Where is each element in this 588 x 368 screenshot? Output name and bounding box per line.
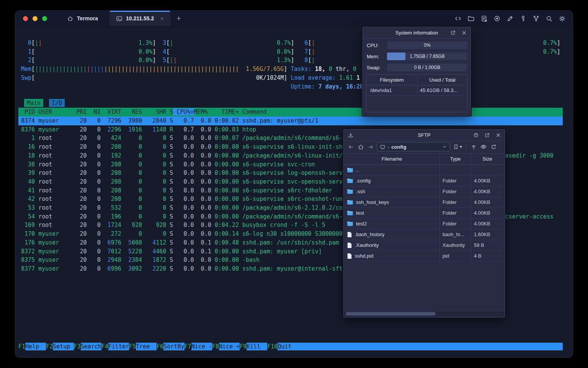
zoom-window-button[interactable] bbox=[42, 16, 47, 21]
help-icon[interactable] bbox=[473, 132, 479, 138]
sysinfo-label-cpu: CPU: bbox=[367, 41, 379, 49]
fkey-action-quit[interactable]: Quit bbox=[278, 343, 298, 350]
sysinfo-meter-cpu: 0% bbox=[387, 41, 467, 49]
file-name: .config bbox=[356, 176, 371, 186]
file-type: Folder bbox=[440, 176, 471, 186]
fkey-action-kill[interactable]: Kill bbox=[247, 343, 267, 350]
search-icon[interactable] bbox=[545, 15, 553, 22]
tabbar-spacer bbox=[187, 11, 454, 26]
current-directory: config bbox=[391, 144, 406, 150]
path-breadcrumb[interactable]: › config bbox=[377, 142, 450, 151]
app-window: Termora 10.211.55.2 bbox=[15, 11, 573, 357]
fkey-f1: F1 bbox=[18, 343, 25, 350]
fkey-action-tree[interactable]: Tree bbox=[136, 343, 157, 350]
toolbar-divider bbox=[466, 144, 466, 150]
fkey-f4: F4 bbox=[101, 343, 108, 350]
process-table-header[interactable]: PID USER PRI NI VIRT RES SHR S CPU%▽MEM%… bbox=[18, 108, 563, 117]
horizontal-scrollbar[interactable] bbox=[344, 311, 504, 317]
sftp-file-row-test2[interactable]: test2Folder4.00KB bbox=[344, 219, 504, 229]
file-size: 4 B bbox=[471, 251, 503, 261]
fkey-action-sortby[interactable]: SortBy bbox=[163, 343, 184, 350]
mem-meter-tasks-row: Mem[||||||||||||||||||||||||||||||||||||… bbox=[18, 65, 563, 74]
close-tab-icon[interactable] bbox=[160, 16, 165, 21]
fkey-bar-fill bbox=[299, 343, 563, 350]
sort-column-cpu[interactable]: CPU%▽ bbox=[173, 108, 194, 115]
bookmark-caret-icon bbox=[459, 146, 462, 148]
tab-bar: Termora 10.211.55.2 bbox=[15, 11, 573, 26]
terminal-icon bbox=[116, 15, 122, 22]
code-icon[interactable] bbox=[454, 15, 462, 22]
filesystem-table-header: Filesystem Used / Total bbox=[366, 75, 467, 85]
sftp-file-row-test[interactable]: testFolder4.00KB bbox=[344, 208, 504, 219]
download-icon[interactable] bbox=[347, 132, 354, 138]
sftp-file-row-[interactable]: .. bbox=[344, 165, 504, 176]
log-icon[interactable] bbox=[480, 15, 488, 22]
home-tab-label: Termora bbox=[77, 15, 98, 21]
htop-view-tab-main[interactable]: Main bbox=[24, 99, 43, 107]
folder-icon[interactable] bbox=[467, 15, 475, 22]
folder-icon bbox=[347, 189, 353, 194]
fkey-action-setup[interactable]: Setup bbox=[53, 343, 74, 350]
fkey-action-nice[interactable]: Nice + bbox=[219, 343, 240, 350]
fkey-action-nice[interactable]: Nice - bbox=[191, 343, 212, 350]
type-col-header[interactable]: Type bbox=[440, 154, 471, 164]
file-name: .. bbox=[356, 165, 359, 175]
close-window-button[interactable] bbox=[23, 16, 28, 21]
file-type: Folder bbox=[440, 208, 471, 218]
fkey-action-search[interactable]: Search bbox=[81, 343, 101, 350]
meter-fill bbox=[387, 53, 405, 60]
htop-function-key-bar: F1Help F2Setup F3SearchF4FilterF5Tree F6… bbox=[18, 343, 563, 350]
parent-directory-icon[interactable] bbox=[470, 143, 477, 151]
computer-icon bbox=[379, 144, 386, 150]
fkey-f3: F3 bbox=[74, 343, 81, 350]
show-hidden-eye-icon[interactable] bbox=[480, 143, 487, 151]
filesystem-table: Filesystem Used / Total /dev/vda1 45.61G… bbox=[366, 74, 467, 112]
fkey-action-help[interactable]: Help bbox=[25, 343, 46, 350]
file-name: sshd.pid bbox=[355, 251, 373, 261]
tab-ssh-session[interactable]: 10.211.55.2 bbox=[109, 11, 170, 26]
sftp-file-row-sshdpid[interactable]: sshd.pidpid4 B bbox=[344, 251, 504, 261]
file-type bbox=[440, 165, 471, 175]
sftp-file-row-Xauthority[interactable]: .XauthorityXauthority58 B bbox=[344, 240, 504, 251]
bookmark-control[interactable] bbox=[452, 144, 462, 150]
record-icon[interactable] bbox=[493, 15, 501, 22]
open-external-icon[interactable] bbox=[450, 30, 456, 36]
fkey-f5: F5 bbox=[129, 343, 136, 350]
fkey-f6: F6 bbox=[157, 343, 163, 350]
sftp-file-row-sshhostkeys[interactable]: ssh_host_keysFolder4.00KB bbox=[344, 197, 504, 208]
key-icon[interactable] bbox=[519, 15, 527, 22]
sftp-file-row-config[interactable]: .configFolder4.00KB bbox=[344, 176, 504, 186]
process-row-8374[interactable]: 8374 myuser 20 0 7296 3980 2840 S 0.7 0.… bbox=[18, 117, 563, 125]
filesystem-row[interactable]: /dev/vda1 45.61GB / 58.3... bbox=[366, 85, 467, 96]
filename-col-header[interactable]: Filename bbox=[344, 154, 440, 164]
scrollbar-thumb[interactable] bbox=[346, 312, 436, 315]
fkey-f10: F10 bbox=[267, 343, 278, 350]
sysinfo-meter-mem: 1.75GB / 7.65GB bbox=[387, 53, 467, 60]
chevron-down-icon[interactable] bbox=[441, 144, 448, 150]
breadcrumb-separator: › bbox=[388, 144, 389, 150]
edit-icon[interactable] bbox=[506, 15, 514, 22]
sftp-file-row-ssh[interactable]: .sshFolder4.00KB bbox=[344, 186, 504, 197]
sysinfo-label-swap: Swap: bbox=[367, 64, 381, 71]
fkey-action-filter[interactable]: Filter bbox=[108, 343, 129, 350]
file-size: 1.60KB bbox=[471, 229, 503, 240]
sftp-file-row-bashhistory[interactable]: .bash_historybash_hi...1.60KB bbox=[344, 229, 504, 240]
settings-gear-icon[interactable] bbox=[558, 15, 566, 22]
size-col-header[interactable]: Size bbox=[471, 154, 503, 164]
refresh-icon[interactable] bbox=[490, 143, 497, 151]
minimize-window-button[interactable] bbox=[33, 16, 38, 21]
htop-view-tab-io[interactable]: I/O bbox=[49, 99, 65, 107]
home-icon[interactable] bbox=[357, 143, 364, 151]
branch-icon[interactable] bbox=[532, 15, 540, 22]
tab-termora-home[interactable]: Termora bbox=[56, 11, 109, 26]
new-tab-button[interactable] bbox=[170, 11, 187, 26]
open-external-icon[interactable] bbox=[484, 132, 490, 138]
folder-icon bbox=[347, 178, 353, 184]
file-size: 4.00KB bbox=[471, 219, 503, 229]
close-panel-icon[interactable] bbox=[495, 132, 501, 138]
forward-icon[interactable] bbox=[367, 143, 374, 151]
back-icon[interactable] bbox=[347, 143, 354, 151]
close-panel-icon[interactable] bbox=[461, 30, 467, 36]
filesystem-col-header: Filesystem bbox=[366, 75, 418, 85]
filesystem-used-total: 45.61GB / 58.3... bbox=[418, 85, 467, 95]
